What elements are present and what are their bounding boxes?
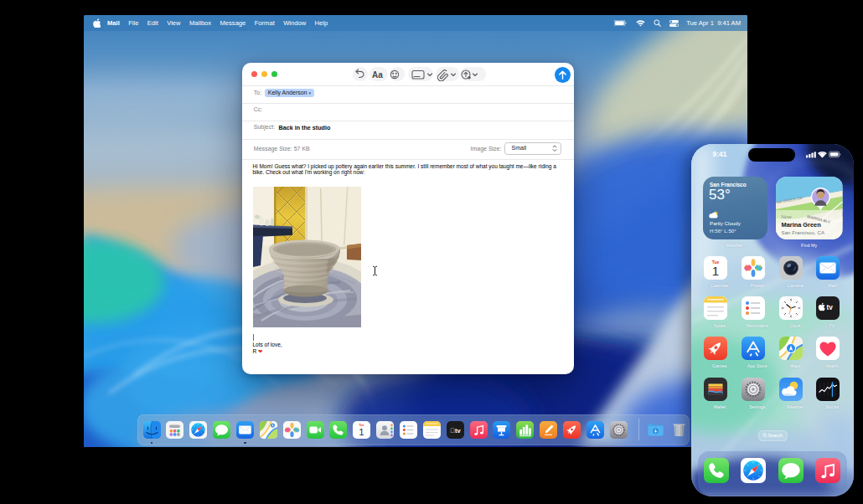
svg-text:1: 1 — [712, 264, 719, 278]
svg-text:tv: tv — [827, 304, 834, 311]
svg-text:1: 1 — [359, 427, 364, 437]
svg-text:Now: Now — [782, 213, 793, 219]
svg-text:Aa: Aa — [372, 70, 383, 80]
svg-text:tv: tv — [450, 427, 461, 435]
svg-text:Marina Green: Marina Green — [782, 220, 822, 228]
svg-text:San Francisco, CA: San Francisco, CA — [782, 229, 825, 234]
